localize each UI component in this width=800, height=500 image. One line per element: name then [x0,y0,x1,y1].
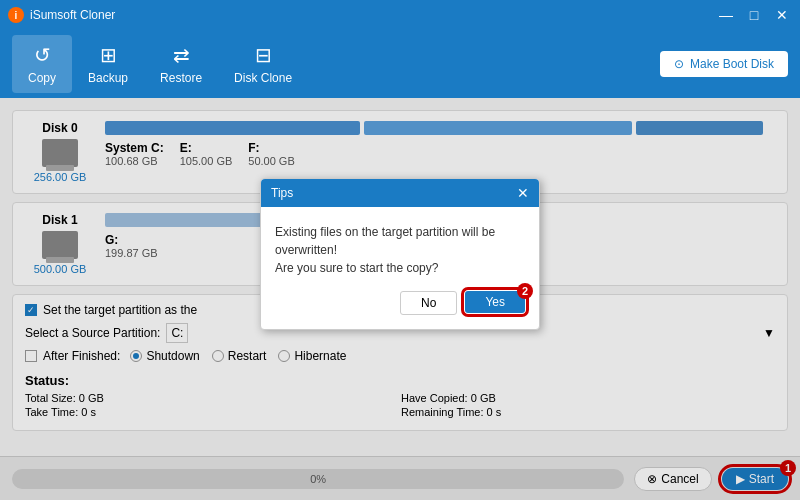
toolbar-disk-clone[interactable]: ⊟ Disk Clone [218,35,308,93]
disk-clone-label: Disk Clone [234,71,292,85]
yes-button-wrapper: Yes 2 [465,291,525,315]
maximize-button[interactable]: □ [744,5,764,25]
modal-overlay: Tips ✕ Existing files on the target part… [0,98,800,500]
copy-icon: ↺ [34,43,51,67]
window-controls: — □ ✕ [716,5,792,25]
backup-icon: ⊞ [100,43,117,67]
make-boot-label: Make Boot Disk [690,57,774,71]
restore-label: Restore [160,71,202,85]
toolbar-restore[interactable]: ⇄ Restore [144,35,218,93]
copy-label: Copy [28,71,56,85]
app-title: iSumsoft Cloner [30,8,716,22]
modal-close-button[interactable]: ✕ [517,185,529,201]
step2-badge: 2 [517,283,533,299]
modal-message-line2: Are you sure to start the copy? [275,261,438,275]
main-content: Disk 0 256.00 GB System C: 100.68 GB E: [0,98,800,500]
modal-titlebar: Tips ✕ [261,179,539,207]
close-button[interactable]: ✕ [772,5,792,25]
modal-buttons: No Yes 2 [261,291,539,329]
toolbar: ↺ Copy ⊞ Backup ⇄ Restore ⊟ Disk Clone ⊙… [0,30,800,98]
modal-yes-button[interactable]: Yes [465,291,525,313]
disk-clone-icon: ⊟ [255,43,272,67]
modal-no-button[interactable]: No [400,291,457,315]
modal-body: Existing files on the target partition w… [261,207,539,291]
modal-title: Tips [271,186,293,200]
app-icon: i [8,7,24,23]
backup-label: Backup [88,71,128,85]
toolbar-backup[interactable]: ⊞ Backup [72,35,144,93]
make-boot-button[interactable]: ⊙ Make Boot Disk [660,51,788,77]
restore-icon: ⇄ [173,43,190,67]
titlebar: i iSumsoft Cloner — □ ✕ [0,0,800,30]
modal-message-line1: Existing files on the target partition w… [275,225,495,257]
minimize-button[interactable]: — [716,5,736,25]
tips-modal: Tips ✕ Existing files on the target part… [260,178,540,330]
toolbar-copy[interactable]: ↺ Copy [12,35,72,93]
make-boot-icon: ⊙ [674,57,684,71]
